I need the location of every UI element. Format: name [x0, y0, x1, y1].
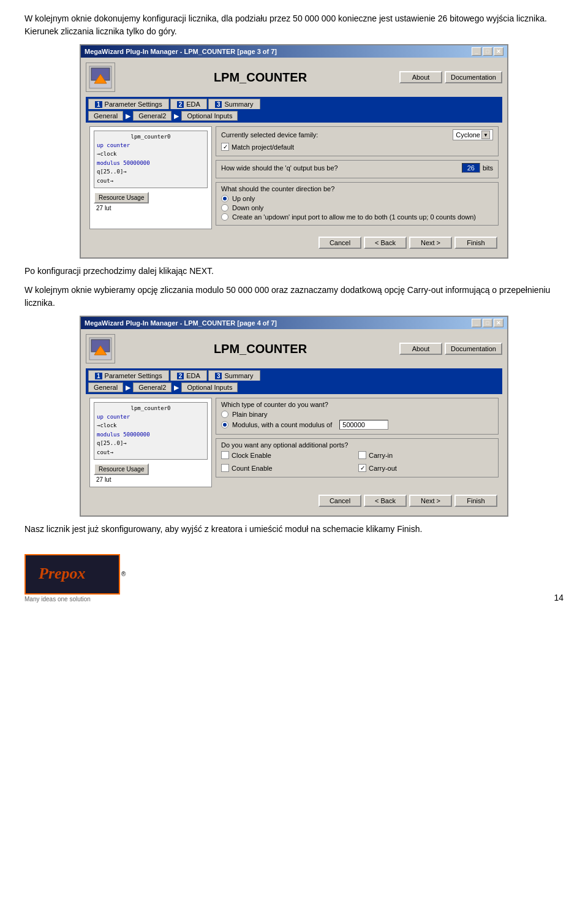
- dialog2-tabs-area: 1 Parameter Settings 2 EDA 3 Summary: [86, 368, 502, 381]
- dialog2-cancel-button[interactable]: Cancel: [318, 495, 361, 507]
- tab3-num: 3: [215, 101, 222, 108]
- match-project-checkbox[interactable]: ✓: [221, 143, 229, 151]
- radio-updown[interactable]: Create an 'updown' input port to allow m…: [221, 213, 493, 221]
- about-button[interactable]: About: [399, 71, 442, 83]
- dialog2-header: LPM_COUNTER About Documentation: [86, 334, 502, 363]
- dialog2-title: MegaWizard Plug-In Manager - LPM_COUNTER…: [85, 319, 277, 327]
- right-panel: Currently selected device family: Cyclon…: [216, 126, 499, 229]
- carry-in-checkbox[interactable]: [358, 451, 366, 459]
- clock-enable-row: Clock Enable: [221, 451, 356, 459]
- dialog2-tab-parameter[interactable]: 1 Parameter Settings: [88, 370, 169, 381]
- bus-width-input[interactable]: 26: [462, 163, 480, 173]
- dialog2-resource-usage-button[interactable]: Resource Usage: [94, 463, 149, 475]
- page-number: 14: [554, 593, 564, 603]
- dialog1-body: LPM_COUNTER About Documentation 1 Parame…: [81, 58, 507, 257]
- breadcrumb-arrow1: ▶: [123, 112, 133, 120]
- direction-group: What should the counter direction be? Up…: [216, 182, 499, 226]
- radio-updown-btn[interactable]: [221, 213, 228, 221]
- carry-in-row: Carry-in: [358, 451, 493, 459]
- dialog1-lpm-title: LPM_COUNTER: [121, 70, 399, 85]
- close-button[interactable]: ✕: [494, 47, 503, 56]
- dialog2-back-button[interactable]: < Back: [364, 495, 407, 507]
- device-family-combo[interactable]: Cyclone ▼: [453, 129, 493, 140]
- dialog2-about-button[interactable]: About: [399, 343, 442, 355]
- dialog2-breadcrumb-optional-inputs[interactable]: Optional Inputs: [181, 382, 238, 392]
- dialog2-tab2-num: 2: [177, 373, 184, 379]
- tab3-label: Summary: [224, 101, 253, 108]
- breadcrumb-arrow2: ▶: [172, 112, 181, 120]
- dialog2-wrapper: MegaWizard Plug-In Manager - LPM_COUNTER…: [80, 316, 508, 517]
- dialog2-schematic-clock: →clock: [97, 421, 205, 430]
- breadcrumb-general2[interactable]: General2: [133, 111, 172, 121]
- dialog2-tab3-num: 3: [215, 373, 222, 379]
- radio-down-only-label: Down only: [232, 204, 263, 211]
- dialog2-breadcrumb-general2[interactable]: General2: [133, 382, 172, 392]
- dialog2-tab-eda[interactable]: 2 EDA: [170, 370, 207, 381]
- dialog2-maximize-button[interactable]: □: [483, 319, 492, 327]
- device-family-row: Currently selected device family: Cyclon…: [221, 129, 493, 140]
- lpm-icon: [86, 63, 115, 92]
- resource-usage-button[interactable]: Resource Usage: [94, 192, 149, 203]
- back-button[interactable]: < Back: [364, 237, 407, 249]
- dialog1-footer: Cancel < Back Next > Finish: [86, 233, 502, 253]
- tabs-area: 1 Parameter Settings 2 EDA 3 Summary: [86, 97, 502, 109]
- radio-modulus-btn[interactable]: [221, 421, 228, 428]
- dialog2-schematic-output: q[25..0]→: [97, 439, 205, 447]
- documentation-button[interactable]: Documentation: [445, 71, 502, 83]
- schematic-ports: up counter →clock modulus 50000000 q[25.…: [97, 141, 205, 185]
- minimize-button[interactable]: _: [472, 47, 481, 56]
- dialog2-next-button[interactable]: Next >: [409, 495, 452, 507]
- dialog2-body: LPM_COUNTER About Documentation 1 Parame…: [81, 329, 507, 515]
- dialog2-breadcrumb-bar: General ▶ General2 ▶ Optional Inputs: [86, 381, 502, 394]
- breadcrumb-bar: General ▶ General2 ▶ Optional Inputs: [86, 109, 502, 123]
- carry-out-label: Carry-out: [369, 465, 397, 472]
- radio-down-only[interactable]: Down only: [221, 204, 493, 211]
- schematic-comment: up counter: [97, 141, 205, 150]
- dialog2-schematic-comment: up counter: [97, 412, 205, 421]
- carry-out-checkbox[interactable]: ✓: [358, 464, 366, 472]
- combo-arrow-icon[interactable]: ▼: [481, 131, 490, 139]
- radio-modulus[interactable]: Modulus, with a count modulus of: [221, 420, 493, 430]
- cancel-button[interactable]: Cancel: [318, 237, 361, 249]
- breadcrumb-general[interactable]: General: [88, 111, 123, 121]
- radio-plain-binary[interactable]: Plain binary: [221, 411, 493, 418]
- finish-text: Nasz licznik jest już skonfigurowany, ab…: [24, 523, 564, 536]
- count-enable-checkbox[interactable]: [221, 464, 229, 472]
- tab-eda[interactable]: 2 EDA: [170, 99, 207, 109]
- finish-button[interactable]: Finish: [454, 237, 497, 249]
- left-panel: lpm_counter0 up counter →clock modulus 5…: [89, 126, 212, 229]
- dialog2-close-button[interactable]: ✕: [494, 319, 503, 327]
- dialog2-tab-summary[interactable]: 3 Summary: [208, 370, 260, 381]
- breadcrumb-optional-inputs[interactable]: Optional Inputs: [181, 111, 238, 121]
- radio-plain-binary-btn[interactable]: [221, 411, 228, 418]
- dialog2-resource-value: 27 lut: [94, 476, 208, 483]
- radio-up-only[interactable]: Up only: [221, 195, 493, 202]
- tab-summary[interactable]: 3 Summary: [208, 99, 260, 109]
- logo-tagline: Many ideas one solution: [24, 596, 126, 603]
- next-button[interactable]: Next >: [409, 237, 452, 249]
- clock-enable-checkbox[interactable]: [221, 451, 229, 459]
- counter-type-group: Which type of counter do you want? Plain…: [216, 398, 499, 435]
- dialog1-titlebar: MegaWizard Plug-In Manager - LPM_COUNTER…: [81, 45, 507, 58]
- resource-value: 27 lut: [94, 205, 208, 211]
- radio-plain-binary-label: Plain binary: [232, 411, 267, 418]
- ports-grid: Clock Enable Carry-in Count Enable: [221, 451, 493, 474]
- logo-row: Prepox ®: [24, 554, 126, 595]
- logo-box: Prepox: [24, 554, 120, 595]
- dialog2-titlebar-buttons: _ □ ✕: [472, 319, 503, 327]
- logo-area: Prepox ® Many ideas one solution 14: [24, 554, 564, 603]
- logo-container: Prepox ® Many ideas one solution: [24, 554, 126, 603]
- radio-down-only-btn[interactable]: [221, 204, 228, 211]
- bus-width-unit: bits: [483, 164, 493, 172]
- maximize-button[interactable]: □: [483, 47, 492, 56]
- carry-out-row: ✓ Carry-out: [358, 464, 493, 472]
- dialog2-documentation-button[interactable]: Documentation: [445, 343, 502, 355]
- radio-up-only-btn[interactable]: [221, 195, 228, 202]
- radio-up-only-label: Up only: [232, 195, 255, 202]
- modulus-value-input[interactable]: [339, 420, 388, 430]
- dialog2-finish-button[interactable]: Finish: [454, 495, 497, 507]
- tab-parameter-settings[interactable]: 1 Parameter Settings: [88, 99, 169, 109]
- dialog2-breadcrumb-general[interactable]: General: [88, 382, 123, 392]
- optional-ports-label: Do you want any optional additional port…: [221, 441, 493, 449]
- dialog2-minimize-button[interactable]: _: [472, 319, 481, 327]
